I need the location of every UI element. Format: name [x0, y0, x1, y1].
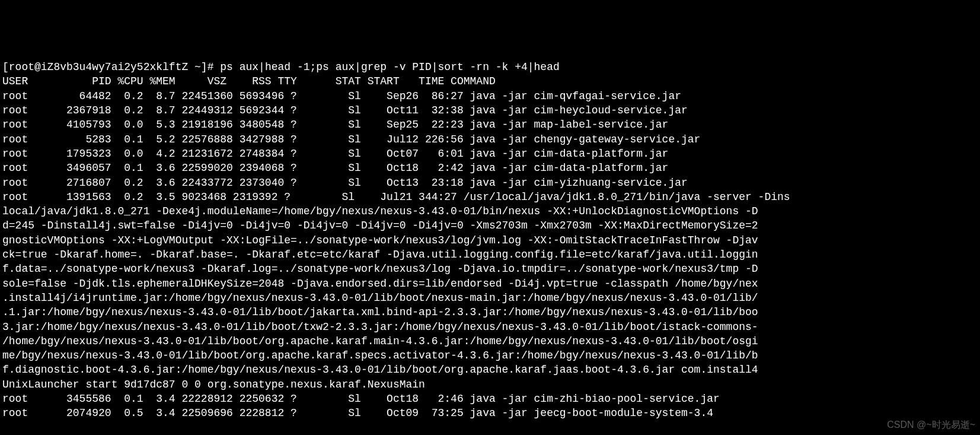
shell-command: ps aux|head -1;ps aux|grep -v PID|sort -… — [220, 61, 560, 73]
watermark: CSDN @~时光易逝~ — [887, 418, 975, 431]
ps-long-row: root 1391563 0.2 3.5 9023468 2319392 ? S… — [2, 191, 790, 390]
ps-rows: root 64482 0.2 8.7 22451360 5693496 ? Sl… — [2, 90, 700, 189]
ps-tail-rows: root 3455586 0.1 3.4 22228912 2250632 ? … — [2, 393, 720, 419]
ps-header: USER PID %CPU %MEM VSZ RSS TTY STAT STAR… — [2, 75, 496, 87]
shell-prompt: [root@iZ8vb3u4wy7ai2y52xklftZ ~]# — [2, 61, 220, 73]
terminal-output[interactable]: [root@iZ8vb3u4wy7ai2y52xklftZ ~]# ps aux… — [0, 58, 980, 423]
shell-prompt-line: [root@iZ8vb3u4wy7ai2y52xklftZ ~]# ps aux… — [2, 60, 978, 74]
